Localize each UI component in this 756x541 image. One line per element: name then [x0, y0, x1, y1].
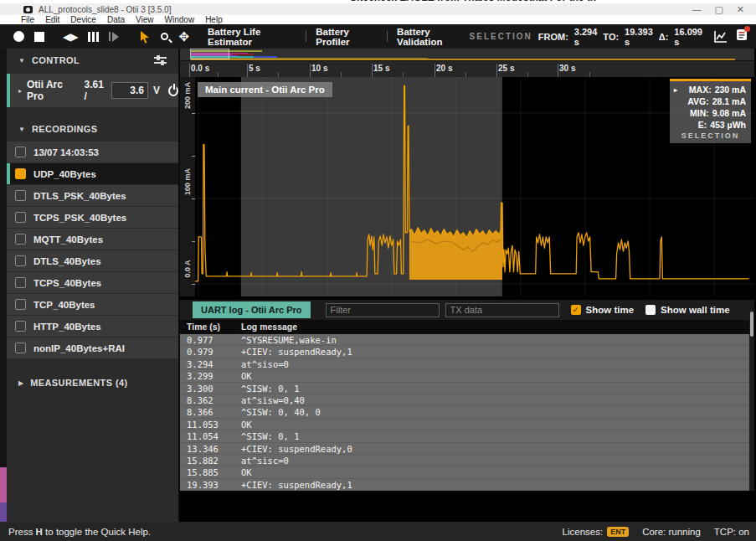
log-row[interactable]: 3.299OK [180, 370, 751, 382]
split-view-icon[interactable] [88, 32, 99, 42]
current-chart[interactable]: 200 mA100 mA0.0 A Main current - Otii Ar… [180, 77, 754, 296]
log-time: 11.054 [187, 430, 219, 442]
sliders-icon[interactable] [154, 55, 167, 65]
filter-input[interactable] [326, 303, 440, 317]
log-row[interactable]: 11.053OK [180, 419, 751, 430]
x-tick [435, 64, 435, 77]
y-tick [192, 113, 195, 114]
log-row[interactable]: 15.885OK [180, 466, 751, 478]
tab-battery-profiler[interactable]: Battery Profiler [316, 27, 378, 47]
series-label[interactable]: Main current - Otii Arc Pro [198, 82, 332, 97]
selection-from-label: FROM: [538, 32, 568, 42]
log-row[interactable]: 13.346+CIEV: suspendReady,0 [180, 443, 751, 455]
status-bar: Press H to toggle the Quick Help. Licens… [0, 522, 756, 541]
log-row[interactable]: 3.300^SISW: 0, 1 [180, 383, 751, 394]
zoom-tool-icon[interactable] [161, 33, 168, 40]
log-time: 0.979 [187, 346, 213, 358]
log-col-time: Time (s) [187, 322, 220, 332]
checkbox-checked-icon[interactable] [15, 168, 26, 179]
menu-item-window[interactable]: Window [165, 15, 195, 24]
log-row[interactable]: 11.054^SISW: 0, 1 [180, 430, 751, 442]
y-tick-label: 200 mA [183, 75, 192, 116]
recording-row[interactable]: UDP_40Bytes [7, 163, 178, 184]
play-icon[interactable] [109, 32, 119, 42]
recordings-section-header[interactable]: ▼ RECORDINGS [7, 119, 178, 139]
log-scrollbar[interactable] [749, 300, 754, 491]
menu-item-view[interactable]: View [136, 15, 154, 24]
voltage-input[interactable] [111, 82, 148, 99]
show-wall-time-checkbox[interactable]: Show wall time [645, 305, 729, 315]
pan-tool-icon[interactable]: ✥ [178, 32, 189, 42]
tab-battery-life-estimator[interactable]: Battery Life Estimator [208, 27, 296, 47]
x-tick [247, 64, 248, 77]
minimize-button[interactable]: — [692, 5, 701, 13]
checkbox-unchecked-icon[interactable] [15, 277, 26, 288]
show-wall-time-label: Show wall time [661, 305, 729, 315]
menu-item-help[interactable]: Help [205, 15, 223, 24]
fit-horizontal-icon[interactable]: ◀▶ [63, 32, 78, 42]
menu-item-data[interactable]: Data [107, 15, 125, 24]
expand-arrow-icon[interactable]: ▸ [674, 85, 677, 96]
chart-view-icon[interactable] [714, 30, 728, 43]
log-row[interactable]: 0.979+CIEV: suspendReady,1 [180, 346, 751, 358]
log-row[interactable]: 8.362at^sisw=0,40 [180, 394, 751, 406]
uart-log-tab[interactable]: UART log - Otii Arc Pro [193, 301, 311, 318]
measurements-section-header[interactable]: ▶ MEASUREMENTS (4) [7, 373, 178, 393]
menu-item-file[interactable]: File [21, 15, 34, 24]
tx-data-input[interactable] [445, 303, 559, 317]
checkbox-unchecked-icon[interactable] [15, 299, 26, 310]
control-section-header[interactable]: ▼ CONTROL [7, 50, 178, 70]
recording-row[interactable]: 13/07 14:03:53 [7, 142, 178, 162]
checkbox-unchecked-icon[interactable] [15, 212, 26, 223]
timeline-overview[interactable] [180, 49, 754, 60]
recording-row[interactable]: DTLS_40Bytes [7, 250, 178, 271]
licenses-status[interactable]: Licenses: ENT [563, 527, 630, 537]
menubar: FileEditDeviceDataViewWindowHelp [0, 15, 756, 24]
selection-label: SELECTION [470, 32, 532, 41]
x-tick-label: 0.0 s [191, 64, 209, 73]
stat-value: 230 mA [715, 84, 746, 95]
tab-battery-validation[interactable]: Battery Validation [397, 27, 469, 47]
log-row[interactable]: 19.393+CIEV: suspendReady,1 [180, 479, 751, 491]
window-title: ALL_protocols_slide8 - Otii 3 [3.5.0] [39, 5, 171, 14]
close-button[interactable]: ✕ [737, 5, 744, 13]
log-row[interactable]: 8.366^SISW: 0, 40, 0 [180, 406, 751, 418]
recording-row[interactable]: nonIP_40Bytes+RAI [7, 337, 178, 358]
log-scrollbar-thumb[interactable] [750, 312, 753, 337]
device-name: Otii Arc Pro [27, 79, 76, 102]
stop-button-icon[interactable] [34, 32, 44, 42]
overview-viewport[interactable] [190, 49, 229, 59]
checkbox-unchecked-icon[interactable] [15, 343, 26, 353]
checkbox-unchecked-icon[interactable] [15, 321, 26, 332]
record-button-icon[interactable] [13, 31, 24, 42]
recording-row[interactable]: DTLS_PSK_40Bytes [7, 185, 178, 206]
uart-log-list[interactable]: 0.977^SYSRESUME,wake-in0.979+CIEV: suspe… [180, 334, 751, 491]
log-message: OK [241, 466, 252, 478]
power-icon[interactable] [168, 85, 178, 96]
checkbox-unchecked-icon[interactable] [15, 190, 26, 201]
notes-icon[interactable] [736, 28, 748, 44]
recording-row[interactable]: TCPS_PSK_40Bytes [7, 207, 178, 228]
log-row[interactable]: 0.977^SYSRESUME,wake-in [180, 334, 751, 346]
recording-row[interactable]: HTTP_40Bytes [7, 316, 178, 337]
stats-caption: SELECTION [675, 131, 746, 140]
y-tick-label: 100 mA [183, 161, 192, 203]
expand-arrow-icon[interactable]: ▸ [18, 87, 22, 95]
menu-item-edit[interactable]: Edit [45, 15, 59, 24]
log-row[interactable]: 3.294at^siso=0 [180, 358, 751, 370]
recording-row[interactable]: TCPS_40Bytes [7, 272, 178, 293]
device-row-otii-arc-pro[interactable]: ▸ Otii Arc Pro 3.61 / V [7, 74, 178, 107]
log-row[interactable]: 15.882at^sisc=0 [180, 455, 751, 466]
recording-row[interactable]: TCP_40Bytes [7, 294, 178, 315]
maximize-button[interactable]: ▢ [714, 5, 723, 13]
show-time-checkbox[interactable]: ✓ Show time [571, 305, 635, 315]
cursor-tool-icon[interactable] [139, 30, 151, 44]
measurements-header-label: MEASUREMENTS (4) [30, 378, 127, 388]
time-axis[interactable]: 0.0 s5 s10 s15 s20 s25 s30 s [180, 60, 754, 77]
checkbox-unchecked-icon[interactable] [15, 234, 26, 245]
recording-row[interactable]: MQTT_40Bytes [7, 229, 178, 250]
recording-label: 13/07 14:03:53 [33, 147, 99, 157]
checkbox-unchecked-icon[interactable] [15, 255, 26, 266]
checkbox-unchecked-icon[interactable] [15, 147, 26, 157]
menu-item-device[interactable]: Device [70, 15, 96, 24]
